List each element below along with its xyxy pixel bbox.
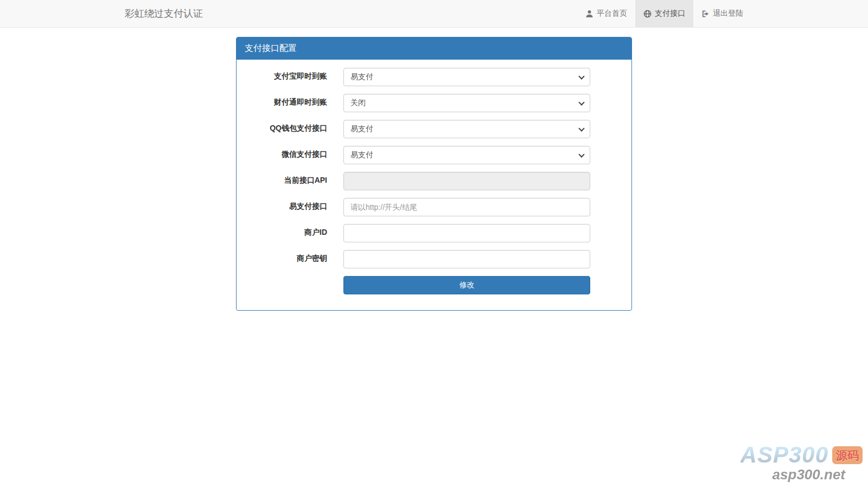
nav-item-label: 支付接口: [655, 9, 685, 18]
nav-item-payment-interface[interactable]: 支付接口: [635, 0, 693, 27]
field-label-current-api: 当前接口API: [237, 172, 335, 190]
watermark-site-url: asp300.net: [741, 467, 845, 481]
field-label-epay-url: 易支付接口: [237, 198, 335, 216]
form-row-merchant-id: 商户ID: [237, 224, 631, 242]
top-navbar: 彩虹绕过支付认证 平台首页: [0, 0, 868, 28]
asp300-watermark: ASP300 源码 asp300.net: [741, 444, 863, 481]
nav-item-label: 平台首页: [597, 9, 627, 18]
nav-item-platform-home[interactable]: 平台首页: [577, 0, 635, 27]
modify-submit-button[interactable]: 修改: [343, 276, 590, 294]
form-row-epay-url: 易支付接口: [237, 198, 631, 216]
field-label-alipay: 支付宝即时到账: [237, 68, 335, 86]
field-label-merchant-id: 商户ID: [237, 224, 335, 242]
field-label-merchant-key: 商户密钥: [237, 250, 335, 268]
nav-item-logout[interactable]: 退出登陆: [693, 0, 751, 27]
field-label-qq-wallet: QQ钱包支付接口: [237, 120, 335, 138]
panel-body: 支付宝即时到账 易支付 财付通即时到账 关闭: [237, 60, 631, 310]
form-row-merchant-key: 商户密钥: [237, 250, 631, 268]
form-row-submit: 修改: [237, 276, 631, 294]
panel-title: 支付接口配置: [237, 37, 631, 60]
wechat-gateway-select[interactable]: 易支付: [343, 146, 590, 164]
nav-item-label: 退出登陆: [713, 9, 743, 18]
logout-icon: [701, 10, 710, 18]
navbar-container: 彩虹绕过支付认证 平台首页: [117, 0, 751, 27]
navbar-menu: 平台首页 支付接口 退: [577, 0, 751, 27]
tenpay-gateway-select[interactable]: 关闭: [343, 94, 590, 112]
current-api-input: [343, 172, 590, 190]
qq-wallet-gateway-select[interactable]: 易支付: [343, 120, 590, 138]
form-row-current-api: 当前接口API: [237, 172, 631, 190]
field-label-wechat: 微信支付接口: [237, 146, 335, 164]
watermark-source-badge: 源码: [832, 446, 863, 464]
form-row-tenpay: 财付通即时到账 关闭: [237, 94, 631, 112]
user-icon: [585, 10, 593, 18]
watermark-brand-text: ASP300: [741, 444, 828, 466]
form-row-alipay: 支付宝即时到账 易支付: [237, 68, 631, 86]
epay-url-input[interactable]: [343, 198, 590, 216]
form-row-wechat: 微信支付接口 易支付: [237, 146, 631, 164]
globe-icon: [643, 10, 652, 18]
alipay-gateway-select[interactable]: 易支付: [343, 68, 590, 86]
brand-title: 彩虹绕过支付认证: [117, 0, 211, 27]
merchant-id-input[interactable]: [343, 224, 590, 242]
merchant-key-input[interactable]: [343, 250, 590, 268]
form-row-qq-wallet: QQ钱包支付接口 易支付: [237, 120, 631, 138]
field-label-tenpay: 财付通即时到账: [237, 94, 335, 112]
payment-config-panel: 支付接口配置 支付宝即时到账 易支付 财付通即时到账 关闭: [236, 37, 632, 311]
